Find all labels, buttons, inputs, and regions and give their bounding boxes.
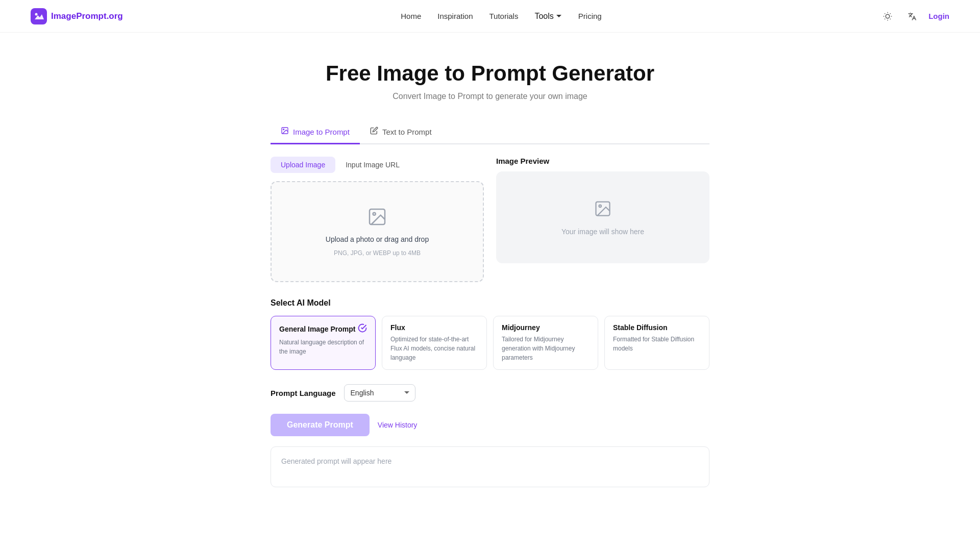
preview-placeholder-icon	[594, 199, 612, 221]
upload-image-tab[interactable]: Upload Image	[271, 157, 335, 173]
nav-pricing[interactable]: Pricing	[578, 12, 602, 20]
svg-point-12	[283, 129, 284, 130]
nav-tools[interactable]: Tools	[534, 12, 561, 21]
model-card-stable-diffusion[interactable]: Stable Diffusion Formatted for Stable Di…	[604, 316, 709, 370]
model-desc-flux: Optimized for state-of-the-art Flux AI m…	[390, 335, 478, 362]
output-box: Generated prompt will appear here	[271, 446, 709, 487]
upload-panel: Upload Image Input Image URL Upload a ph…	[271, 157, 484, 282]
model-grid: General Image Prompt Natural language de…	[271, 316, 709, 370]
upload-icon	[367, 207, 387, 229]
model-name-sd: Stable Diffusion	[613, 323, 668, 332]
svg-line-5	[885, 13, 885, 14]
nav-inspiration[interactable]: Inspiration	[437, 12, 473, 20]
model-name-midjourney: Midjourney	[502, 323, 540, 332]
model-desc-sd: Formatted for Stable Diffusion models	[613, 335, 701, 353]
hero-section: Free Image to Prompt Generator Convert I…	[0, 33, 980, 121]
preview-box: Your image will show here	[496, 171, 709, 263]
text-tab-icon	[370, 127, 378, 137]
svg-point-2	[886, 14, 890, 18]
upload-main-text: Upload a photo or drag and drop	[326, 235, 429, 243]
svg-point-1	[35, 13, 38, 15]
tab-image-label: Image to Prompt	[293, 128, 350, 136]
tab-image-to-prompt[interactable]: Image to Prompt	[271, 121, 360, 144]
language-select[interactable]: English Chinese Spanish French German Ja…	[344, 384, 415, 402]
generate-button[interactable]: Generate Prompt	[271, 414, 370, 436]
upload-sub-tabs: Upload Image Input Image URL	[271, 157, 484, 173]
upload-sub-text: PNG, JPG, or WEBP up to 4MB	[334, 249, 421, 257]
page-subtitle: Convert Image to Prompt to generate your…	[10, 92, 970, 101]
svg-line-10	[890, 13, 891, 14]
generate-row: Generate Prompt View History	[271, 414, 709, 436]
input-url-tab[interactable]: Input Image URL	[335, 157, 410, 173]
page-title: Free Image to Prompt Generator	[10, 61, 970, 86]
model-name-general: General Image Prompt	[279, 325, 355, 333]
check-icon-general	[358, 323, 367, 335]
model-desc-general: Natural language description of the imag…	[279, 338, 367, 356]
nav-home[interactable]: Home	[401, 12, 421, 20]
sun-icon	[883, 12, 892, 21]
upload-preview-grid: Upload Image Input Image URL Upload a ph…	[271, 157, 709, 282]
model-desc-midjourney: Tailored for Midjourney generation with …	[502, 335, 590, 362]
prompt-language-label: Prompt Language	[271, 389, 336, 397]
logo-text: ImagePrompt.org	[51, 11, 123, 21]
upload-dropzone[interactable]: Upload a photo or drag and drop PNG, JPG…	[271, 181, 484, 282]
image-tab-icon	[281, 127, 289, 137]
model-card-midjourney[interactable]: Midjourney Tailored for Midjourney gener…	[493, 316, 598, 370]
svg-line-6	[890, 18, 891, 19]
logo-icon	[31, 8, 47, 24]
nav-links: Home Inspiration Tutorials Tools Pricing	[401, 12, 601, 21]
model-card-general[interactable]: General Image Prompt Natural language de…	[271, 316, 376, 370]
model-card-flux[interactable]: Flux Optimized for state-of-the-art Flux…	[382, 316, 487, 370]
ai-model-title: Select AI Model	[271, 298, 709, 308]
svg-point-14	[373, 213, 376, 215]
model-name-flux: Flux	[390, 323, 405, 332]
navbar: ImagePrompt.org Home Inspiration Tutoria…	[0, 0, 980, 33]
prompt-language-row: Prompt Language English Chinese Spanish …	[271, 384, 709, 402]
site-logo[interactable]: ImagePrompt.org	[31, 8, 123, 24]
tab-text-label: Text to Prompt	[382, 128, 432, 136]
chevron-down-icon	[556, 13, 562, 19]
preview-panel: Image Preview Your image will show here	[496, 157, 709, 282]
main-tabs: Image to Prompt Text to Prompt	[271, 121, 709, 144]
language-button[interactable]	[904, 8, 920, 24]
nav-right: Login	[879, 8, 949, 24]
svg-line-9	[885, 18, 885, 19]
view-history-link[interactable]: View History	[378, 421, 418, 429]
ai-model-section: Select AI Model General Image Prompt Nat…	[271, 298, 709, 370]
theme-toggle-button[interactable]	[879, 8, 896, 24]
tab-text-to-prompt[interactable]: Text to Prompt	[360, 121, 442, 144]
main-container: Image to Prompt Text to Prompt Upload Im…	[260, 121, 720, 518]
nav-tutorials[interactable]: Tutorials	[489, 12, 518, 20]
translate-icon	[908, 12, 917, 21]
preview-label: Image Preview	[496, 157, 709, 165]
svg-point-16	[599, 205, 602, 207]
output-placeholder: Generated prompt will appear here	[281, 457, 391, 465]
login-button[interactable]: Login	[928, 12, 949, 20]
preview-placeholder-text: Your image will show here	[561, 228, 644, 236]
